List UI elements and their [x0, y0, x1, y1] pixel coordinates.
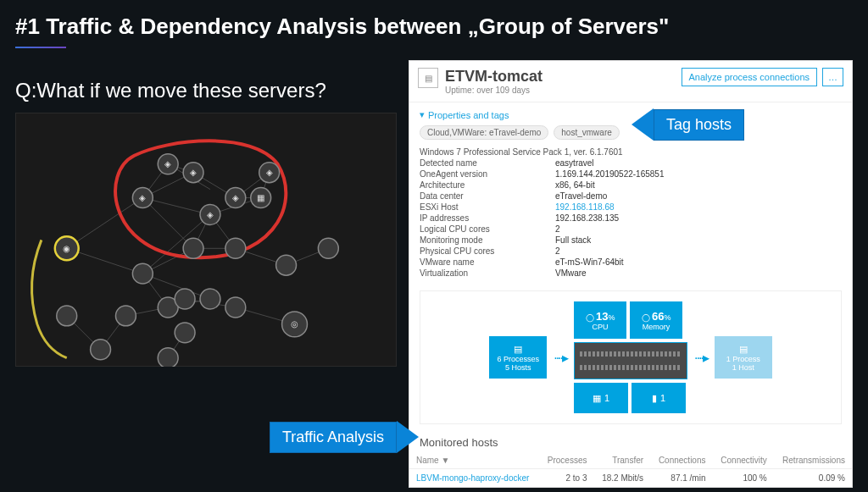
property-value: 1.169.144.20190522-165851 — [555, 169, 664, 179]
host-link[interactable]: CPU4 — [409, 488, 539, 489]
property-value: eTravel-demo — [555, 191, 607, 201]
cell: 1 to 1 — [539, 488, 593, 489]
property-row: ESXi Host192.168.118.68 — [420, 202, 842, 213]
property-value: VMware — [555, 268, 587, 278]
property-value: Full stack — [555, 235, 591, 245]
property-key: OneAgent version — [420, 169, 555, 179]
property-key: Detected name — [420, 158, 555, 168]
svg-point-44 — [200, 289, 220, 309]
svg-text:◈: ◈ — [139, 193, 146, 202]
cell: 0.1 /min — [650, 488, 712, 489]
property-row: VirtualizationVMware — [420, 268, 842, 279]
svg-point-40 — [318, 238, 338, 258]
property-key: ESXi Host — [420, 202, 555, 212]
svg-point-38 — [225, 238, 246, 258]
right-processes-box[interactable]: ▤ 1 Process 1 Host — [715, 336, 772, 379]
column-header[interactable]: Connections — [650, 452, 712, 469]
svg-point-45 — [225, 297, 246, 318]
svg-point-48 — [91, 340, 111, 360]
column-header[interactable]: Transfer — [593, 452, 650, 469]
column-header[interactable]: Name ▼ — [409, 452, 539, 469]
svg-text:▦: ▦ — [257, 193, 264, 202]
property-key: IP addresses — [420, 213, 555, 223]
dependency-graph[interactable]: ◉◈◈ ◈◈▦ ◈◈◎ — [15, 113, 397, 367]
svg-line-0 — [67, 198, 143, 249]
topology-diagram: ▤ 6 Processes 5 Hosts ····▸ ◯ 13% CPU ◯ … — [420, 290, 842, 424]
host-link[interactable]: LBVM-mongo-haproxy-docker — [409, 469, 539, 488]
property-key: Physical CPU cores — [420, 246, 555, 256]
connector-dots: ····▸ — [694, 350, 708, 366]
chevron-down-icon: ▾ — [420, 109, 425, 120]
property-row: Logical CPU cores2 — [420, 224, 842, 235]
property-value: easytravel — [555, 158, 594, 168]
property-key: Virtualization — [420, 268, 555, 278]
property-value: eT-mS-Win7-64bit — [555, 257, 624, 267]
cell: 2 to 3 — [539, 469, 593, 488]
slide-title: #1 Traffic & Dependency Analysis between… — [15, 14, 853, 40]
cell: 100 % — [712, 488, 773, 489]
cell: 0.09 % — [774, 469, 852, 488]
svg-point-47 — [57, 306, 77, 326]
column-header[interactable]: Processes — [539, 452, 593, 469]
tag-hosts-callout: Tag hosts — [632, 108, 744, 141]
left-processes-box[interactable]: ▤ 6 Processes 5 Hosts — [489, 336, 547, 379]
property-value: x86, 64-bit — [555, 180, 595, 190]
svg-text:◎: ◎ — [291, 319, 298, 329]
svg-text:◉: ◉ — [63, 244, 70, 253]
svg-text:◈: ◈ — [164, 159, 171, 169]
nic-box[interactable]: ▦ 1 — [574, 383, 628, 413]
property-row: Architecturex86, 64-bit — [420, 180, 842, 191]
monitored-hosts-title: Monitored hosts — [409, 431, 852, 452]
server-image[interactable] — [574, 342, 687, 379]
cell: 18.2 Mbit/s — [593, 469, 650, 488]
column-header[interactable]: Retransmissions — [774, 452, 852, 469]
property-row: Data centereTravel-demo — [420, 191, 842, 202]
property-row: Detected nameeasytravel — [420, 158, 842, 169]
property-key: VMware name — [420, 257, 555, 267]
more-menu-button[interactable]: … — [822, 68, 843, 86]
cell: 0 % — [774, 488, 852, 489]
property-row: IP addresses192.168.238.135 — [420, 213, 842, 224]
property-key: Monitoring mode — [420, 235, 555, 245]
svg-text:◈: ◈ — [232, 193, 239, 202]
property-row: Monitoring modeFull stack — [420, 235, 842, 246]
table-row[interactable]: LBVM-mongo-haproxy-docker2 to 318.2 Mbit… — [409, 469, 852, 488]
svg-point-50 — [175, 323, 195, 343]
svg-point-41 — [132, 263, 153, 284]
host-uptime: Uptime: over 109 days — [445, 86, 542, 95]
traffic-analysis-callout: Traffic Analysis — [270, 421, 419, 453]
property-value[interactable]: 192.168.118.68 — [555, 202, 615, 212]
cpu-metric[interactable]: ◯ 13% CPU — [574, 301, 626, 339]
property-value: 2 — [555, 224, 560, 234]
property-row: VMware nameeT-mS-Win7-64bit — [420, 257, 842, 268]
connector-dots: ····▸ — [554, 350, 567, 366]
server-icon: ▤ — [418, 68, 438, 88]
tag-pill[interactable]: Cloud,VMWare: eTravel-demo — [420, 125, 548, 140]
table-row[interactable]: CPU41 to 11.88 kbit/s0.1 /min100 %0 % — [409, 488, 852, 489]
property-key: Logical CPU cores — [420, 224, 555, 234]
svg-text:◈: ◈ — [266, 168, 273, 177]
property-value: 192.168.238.135 — [555, 213, 619, 223]
host-name: ETVM-tomcat — [445, 68, 542, 86]
column-header[interactable]: Connectivity — [712, 452, 773, 469]
svg-text:◈: ◈ — [207, 210, 214, 219]
property-row: Physical CPU cores2 — [420, 246, 842, 257]
property-key: Data center — [420, 191, 555, 201]
cell: 87.1 /min — [650, 469, 712, 488]
analyze-connections-button[interactable]: Analyze process connections — [682, 68, 817, 86]
svg-point-46 — [115, 306, 136, 326]
disk-box[interactable]: ▮ 1 — [632, 383, 686, 413]
memory-metric[interactable]: ◯ 66% Memory — [630, 301, 682, 339]
tag-pill[interactable]: host_vmware — [554, 125, 619, 140]
os-line: Windows 7 Professional Service Pack 1, v… — [420, 147, 842, 157]
cell: 1.88 kbit/s — [593, 488, 650, 489]
svg-text:◈: ◈ — [190, 168, 197, 177]
property-key: Architecture — [420, 180, 555, 190]
cell: 100 % — [712, 469, 773, 488]
property-row: OneAgent version1.169.144.20190522-16585… — [420, 169, 842, 180]
svg-point-49 — [158, 348, 178, 367]
monitored-hosts-table: Name ▼ProcessesTransferConnectionsConnec… — [409, 452, 852, 488]
properties-toggle-label: Properties and tags — [428, 110, 509, 120]
property-value: 2 — [555, 246, 560, 256]
svg-point-37 — [183, 238, 203, 258]
